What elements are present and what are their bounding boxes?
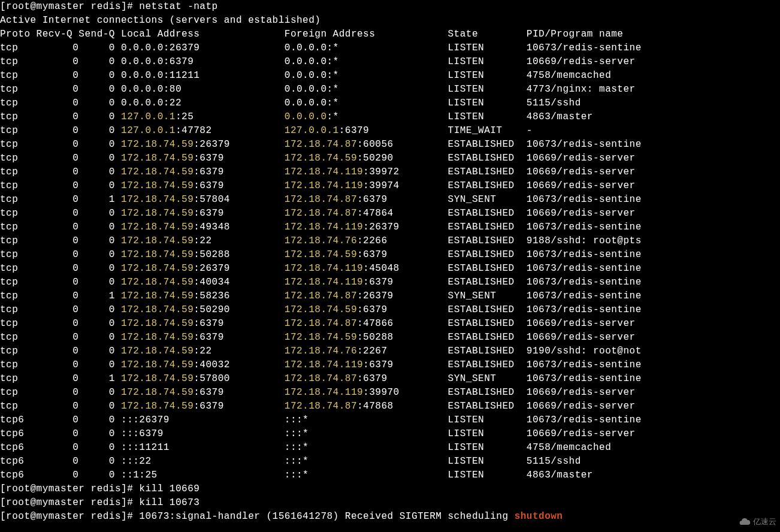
table-row: tcp 0 0 0.0.0.0:11211 0.0.0.0:* LISTEN 4… <box>0 69 780 83</box>
shutdown-word: shutdown <box>515 511 563 522</box>
watermark-text: 亿速云 <box>753 515 776 528</box>
table-row: tcp6 0 0 :::11211 :::* LISTEN 4758/memca… <box>0 441 780 455</box>
table-row: tcp 0 0 0.0.0.0:22 0.0.0.0:* LISTEN 5115… <box>0 96 780 110</box>
prompt-line[interactable]: [root@mymaster redis]# kill 10669 <box>0 482 780 496</box>
table-row: tcp 0 0 172.18.74.59:6379 172.18.74.119:… <box>0 386 780 400</box>
prompt-line[interactable]: [root@mymaster redis]# 10673:signal-hand… <box>0 510 780 524</box>
table-row: tcp 0 0 172.18.74.59:6379 172.18.74.87:4… <box>0 207 780 220</box>
table-row: tcp 0 0 172.18.74.59:22 172.18.74.76:226… <box>0 344 780 358</box>
terminal-output: [root@mymaster redis]# netstat -natpActi… <box>0 0 780 524</box>
table-row: tcp 0 0 172.18.74.59:6379 172.18.74.119:… <box>0 179 780 193</box>
watermark-logo: 亿速云 <box>739 515 776 528</box>
table-row: tcp 0 0 172.18.74.59:50290 172.18.74.59:… <box>0 303 780 317</box>
table-row: tcp6 0 0 :::26379 :::* LISTEN 10673/redi… <box>0 413 780 427</box>
table-row: tcp6 0 0 :::22 :::* LISTEN 5115/sshd <box>0 455 780 468</box>
prompt-line[interactable]: [root@mymaster redis]# netstat -natp <box>0 0 780 14</box>
table-row: tcp 0 1 172.18.74.59:57800 172.18.74.87:… <box>0 372 780 386</box>
prompt-line[interactable]: [root@mymaster redis]# kill 10673 <box>0 496 780 510</box>
table-row: tcp 0 1 172.18.74.59:58236 172.18.74.87:… <box>0 289 780 303</box>
table-row: tcp 0 0 172.18.74.59:6379 172.18.74.87:4… <box>0 400 780 413</box>
table-row: tcp 0 0 172.18.74.59:49348 172.18.74.119… <box>0 220 780 234</box>
table-row: tcp 0 0 172.18.74.59:40034 172.18.74.119… <box>0 276 780 289</box>
table-row: tcp 0 1 172.18.74.59:57804 172.18.74.87:… <box>0 193 780 207</box>
table-row: tcp 0 0 172.18.74.59:6379 172.18.74.87:4… <box>0 317 780 331</box>
table-row: tcp6 0 0 ::1:25 :::* LISTEN 4863/master <box>0 468 780 482</box>
table-row: tcp 0 0 172.18.74.59:50288 172.18.74.59:… <box>0 248 780 262</box>
table-row: tcp6 0 0 :::6379 :::* LISTEN 10669/redis… <box>0 427 780 441</box>
table-row: tcp 0 0 172.18.74.59:6379 172.18.74.119:… <box>0 165 780 179</box>
table-row: tcp 0 0 172.18.74.59:26379 172.18.74.119… <box>0 262 780 276</box>
table-header: Proto Recv-Q Send-Q Local Address Foreig… <box>0 28 780 41</box>
table-row: tcp 0 0 172.18.74.59:6379 172.18.74.59:5… <box>0 331 780 344</box>
cloud-icon <box>739 516 751 528</box>
table-row: tcp 0 0 0.0.0.0:6379 0.0.0.0:* LISTEN 10… <box>0 55 780 69</box>
table-row: tcp 0 0 127.0.0.1:47782 127.0.0.1:6379 T… <box>0 124 780 138</box>
table-row: tcp 0 0 172.18.74.59:26379 172.18.74.87:… <box>0 138 780 152</box>
table-row: tcp 0 0 172.18.74.59:6379 172.18.74.59:5… <box>0 152 780 165</box>
table-row: tcp 0 0 127.0.0.1:25 0.0.0.0:* LISTEN 48… <box>0 110 780 124</box>
table-row: tcp 0 0 172.18.74.59:40032 172.18.74.119… <box>0 358 780 372</box>
output-banner: Active Internet connections (servers and… <box>0 14 780 28</box>
table-row: tcp 0 0 172.18.74.59:22 172.18.74.76:226… <box>0 234 780 248</box>
table-row: tcp 0 0 0.0.0.0:80 0.0.0.0:* LISTEN 4773… <box>0 83 780 96</box>
table-row: tcp 0 0 0.0.0.0:26379 0.0.0.0:* LISTEN 1… <box>0 41 780 55</box>
